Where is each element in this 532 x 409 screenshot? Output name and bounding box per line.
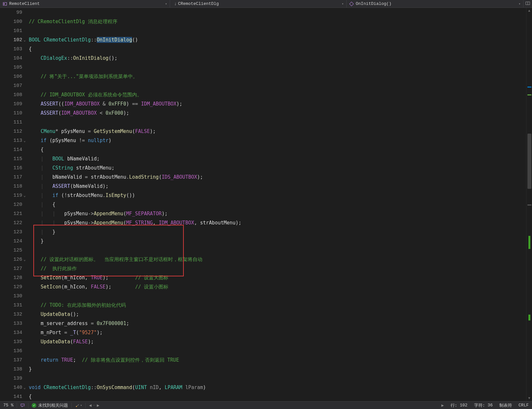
code-line[interactable]: BOOL CRemoteClientDlg::OnInitDialog() <box>29 35 526 44</box>
fold-toggle-icon[interactable]: ⌄ <box>24 38 26 42</box>
code-line[interactable]: ASSERT(IDM_ABOUTBOX < 0xF000); <box>29 108 526 118</box>
line-number: 114 <box>0 145 22 154</box>
nav-next-icon[interactable]: ▶ <box>95 403 101 408</box>
code-line[interactable]: } <box>29 365 526 374</box>
code-line[interactable] <box>29 118 526 127</box>
breadcrumb-class-label: CRemoteClientDlg <box>178 1 342 6</box>
code-line[interactable]: // 设置此对话框的图标。 当应用程序主窗口不是对话框时，框架将自动 <box>29 255 526 264</box>
code-line[interactable]: return TRUE; // 除非将焦点设置到控件，否则返回 TRUE <box>29 355 526 365</box>
code-line[interactable]: m_nPort = _T("9527"); <box>29 328 526 337</box>
cursor-char[interactable]: 字符: 36 <box>471 401 496 409</box>
code-line[interactable]: | if (!strAboutMenu.IsEmpty()) <box>29 191 526 200</box>
code-line[interactable]: { <box>29 44 526 54</box>
line-number: 136 <box>0 346 22 355</box>
split-editor-icon[interactable] <box>523 1 532 7</box>
code-line[interactable]: | ASSERT(bNameValid); <box>29 182 526 191</box>
line-number: 138 <box>0 365 22 374</box>
code-line[interactable]: if (pSysMenu != nullptr) <box>29 136 526 145</box>
feedback-icon[interactable] <box>17 401 28 409</box>
breadcrumb-class[interactable]: ↓ CRemoteClientDlg ▾ <box>170 0 347 8</box>
line-number: 129 <box>0 282 22 291</box>
code-line[interactable]: SetIcon(m_hIcon, TRUE); // 设置大图标 <box>29 273 526 282</box>
nav-prev-icon[interactable]: ◀ <box>88 403 93 408</box>
code-line[interactable]: | } <box>29 227 526 237</box>
nav-play-icon[interactable]: ▶ <box>438 401 447 409</box>
code-line[interactable] <box>29 26 526 35</box>
brush-icon[interactable]: ▾ <box>72 401 85 409</box>
svg-rect-1 <box>4 3 5 5</box>
code-line[interactable]: void CRemoteClientDlg::OnSysCommand(UINT… <box>29 383 526 392</box>
chevron-down-icon: ▾ <box>342 2 344 6</box>
line-number: 133 <box>0 319 22 328</box>
vertical-scrollbar[interactable]: ▲ ▼ <box>526 8 532 401</box>
code-line[interactable] <box>29 291 526 301</box>
code-line[interactable]: { <box>29 145 526 154</box>
breadcrumb-project[interactable]: RemoteClient ▾ <box>0 0 170 8</box>
line-number: 112 <box>0 127 22 136</box>
zoom-level[interactable]: 75 % <box>0 401 17 409</box>
line-number-gutter: 99100101102⌄1031041051061071081091101111… <box>0 8 29 401</box>
breadcrumb-project-label: RemoteClient <box>9 1 165 6</box>
line-number: 110 <box>0 108 22 118</box>
line-number: 103 <box>0 44 22 54</box>
line-number: 111 <box>0 118 22 127</box>
line-number: 124 <box>0 237 22 246</box>
scroll-change-marker <box>528 315 530 320</box>
svg-rect-2 <box>350 2 353 6</box>
issues-status[interactable]: 未找到相关问题 <box>28 401 71 409</box>
code-line[interactable] <box>29 346 526 355</box>
code-line[interactable] <box>29 8 526 17</box>
nav-line: — <box>93 403 95 408</box>
code-line[interactable]: UpdateData(); <box>29 310 526 319</box>
code-line[interactable] <box>29 63 526 72</box>
code-content[interactable]: // CRemoteClientDlg 消息处理程序 BOOL CRemoteC… <box>29 8 526 401</box>
code-line[interactable]: | CString strAboutMenu; <box>29 163 526 172</box>
code-line[interactable]: | BOOL bNameValid; <box>29 154 526 163</box>
line-ending[interactable]: CRLF <box>515 401 532 409</box>
breadcrumb-method-label: OnInitDialog() <box>356 1 519 6</box>
code-line[interactable]: CDialogEx::OnInitDialog(); <box>29 54 526 63</box>
scroll-marker <box>527 204 531 205</box>
indent-mode[interactable]: 制表符 <box>496 401 515 409</box>
code-line[interactable]: // 执行此操作 <box>29 264 526 273</box>
code-line[interactable]: | bNameValid = strAboutMenu.LoadString(I… <box>29 172 526 182</box>
code-line[interactable]: { <box>29 392 526 401</box>
fold-toggle-icon[interactable]: ⌄ <box>24 193 26 198</box>
code-line[interactable]: } <box>29 237 526 246</box>
line-number: 139 <box>0 374 22 383</box>
line-number: 127 <box>0 264 22 273</box>
code-line[interactable]: | | pSysMenu->AppendMenu(MF_STRING, IDM_… <box>29 218 526 227</box>
code-line[interactable]: // 将"关于..."菜单项添加到系统菜单中。 <box>29 72 526 81</box>
cursor-line[interactable]: 行: 102 <box>447 401 471 409</box>
line-number: 141 <box>0 392 22 401</box>
scroll-marker <box>527 94 531 95</box>
scroll-down-arrow[interactable]: ▼ <box>526 395 532 401</box>
fold-toggle-icon[interactable]: ⌄ <box>24 257 26 262</box>
scroll-up-arrow[interactable]: ▲ <box>526 8 532 14</box>
fold-toggle-icon[interactable]: ⌄ <box>24 385 26 390</box>
breadcrumb-method[interactable]: OnInitDialog() ▾ <box>347 0 523 8</box>
code-line[interactable] <box>29 246 526 255</box>
fold-toggle-icon[interactable]: ⌄ <box>24 139 26 143</box>
code-line[interactable]: ASSERT((IDM_ABOUTBOX & 0xFFF0) == IDM_AB… <box>29 99 526 108</box>
scroll-thumb[interactable] <box>527 134 531 189</box>
line-number: 121 <box>0 209 22 218</box>
code-line[interactable] <box>29 81 526 90</box>
line-number: 119⌄ <box>0 191 22 200</box>
code-line[interactable]: | | pSysMenu->AppendMenu(MF_SEPARATOR); <box>29 209 526 218</box>
line-number: 130 <box>0 291 22 301</box>
code-line[interactable]: | { <box>29 200 526 209</box>
breadcrumb-bar: RemoteClient ▾ ↓ CRemoteClientDlg ▾ OnIn… <box>0 0 532 8</box>
code-line[interactable]: // CRemoteClientDlg 消息处理程序 <box>29 17 526 26</box>
line-number: 123 <box>0 227 22 237</box>
code-line[interactable]: // IDM_ABOUTBOX 必须在系统命令范围内。 <box>29 90 526 99</box>
line-number: 117 <box>0 172 22 182</box>
code-line[interactable]: SetIcon(m_hIcon, FALSE); // 设置小图标 <box>29 282 526 291</box>
line-number: 118 <box>0 182 22 191</box>
code-line[interactable]: CMenu* pSysMenu = GetSystemMenu(FALSE); <box>29 127 526 136</box>
line-number: 116 <box>0 163 22 172</box>
code-line[interactable]: // TODO: 在此添加额外的初始化代码 <box>29 301 526 310</box>
code-line[interactable]: m_server_address = 0x7F000001; <box>29 319 526 328</box>
code-line[interactable]: UpdateData(FALSE); <box>29 337 526 346</box>
code-line[interactable] <box>29 374 526 383</box>
